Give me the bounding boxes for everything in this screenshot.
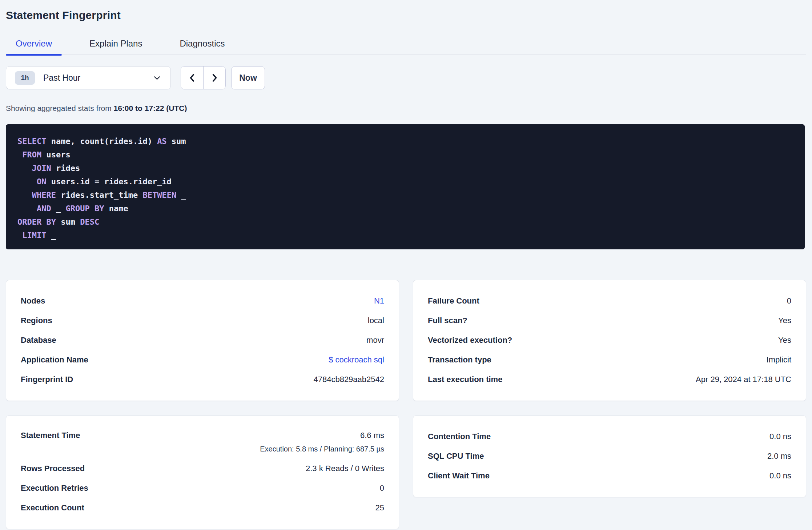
- application-name-link[interactable]: $ cockroach sql: [329, 355, 384, 365]
- row-value: local: [368, 316, 384, 325]
- statement-fingerprint-page: Statement Fingerprint Overview Explain P…: [0, 9, 812, 529]
- sql-line: WHERE rides.start_time BETWEEN _: [17, 188, 793, 202]
- chevron-left-icon: [188, 73, 197, 83]
- tab-diagnostics[interactable]: Diagnostics: [170, 37, 234, 55]
- nodes-link[interactable]: N1: [374, 296, 384, 306]
- bottom-cards-grid: Statement Time 6.6 ms Execution: 5.8 ms …: [6, 415, 806, 529]
- sql-line: SELECT name, count(rides.id) AS sum: [17, 134, 793, 148]
- row-value: 4784cb829aab2542: [313, 375, 384, 384]
- execution-attributes-card: Failure Count 0 Full scan? Yes Vectorize…: [413, 280, 806, 401]
- row-label: SQL CPU Time: [428, 451, 484, 461]
- table-row: Contention Time 0.0 ns: [428, 427, 791, 446]
- caption-prefix: Showing aggregated stats from: [6, 104, 114, 112]
- table-row: Vectorized execution? Yes: [428, 330, 791, 350]
- row-label: Application Name: [21, 355, 88, 365]
- row-label: Fingerprint ID: [21, 375, 73, 384]
- sql-line: ON users.id = rides.rider_id: [17, 175, 793, 188]
- row-label: Rows Processed: [21, 464, 85, 473]
- row-value: movr: [366, 336, 384, 345]
- table-row: Execution Retries 0: [21, 478, 384, 498]
- sql-line: ORDER BY sum DESC: [17, 215, 793, 229]
- row-label: Execution Retries: [21, 483, 88, 493]
- aggregated-stats-caption: Showing aggregated stats from 16:00 to 1…: [6, 104, 806, 113]
- sql-line: JOIN rides: [17, 161, 793, 175]
- sql-line: FROM users: [17, 148, 793, 161]
- now-button[interactable]: Now: [231, 66, 265, 89]
- table-row: Failure Count 0: [428, 291, 791, 311]
- page-title: Statement Fingerprint: [6, 9, 806, 22]
- time-controls: 1h Past Hour Now: [6, 66, 806, 89]
- tab-bar: Overview Explain Plans Diagnostics: [6, 37, 806, 55]
- tab-explain-plans[interactable]: Explain Plans: [80, 37, 152, 55]
- row-value: 0: [380, 483, 384, 493]
- statement-details-card: Nodes N1 Regions local Database movr App…: [6, 280, 399, 401]
- statement-time-row: Statement Time 6.6 ms Execution: 5.8 ms …: [21, 427, 384, 459]
- row-value: 2.0 ms: [767, 451, 791, 461]
- table-row: Regions local: [21, 311, 384, 330]
- chevron-down-icon: [152, 73, 162, 83]
- table-row: Full scan? Yes: [428, 311, 791, 330]
- row-label: Execution Count: [21, 503, 84, 513]
- time-range-badge: 1h: [15, 71, 35, 85]
- row-value: Yes: [778, 336, 791, 345]
- top-cards-grid: Nodes N1 Regions local Database movr App…: [6, 280, 806, 401]
- caption-range: 16:00 to 17:22 (UTC): [114, 104, 187, 112]
- row-value: 0.0 ns: [769, 432, 791, 441]
- table-row: Last execution time Apr 29, 2024 at 17:1…: [428, 370, 791, 389]
- row-label: Database: [21, 336, 56, 345]
- table-row: Execution Count 25: [21, 498, 384, 518]
- table-row: Transaction type Implicit: [428, 350, 791, 370]
- tab-overview[interactable]: Overview: [6, 37, 62, 55]
- table-row: Database movr: [21, 330, 384, 350]
- sql-statement-box: SELECT name, count(rides.id) AS sum FROM…: [6, 124, 805, 249]
- row-label: Failure Count: [428, 296, 479, 306]
- row-value: 2.3 k Reads / 0 Writes: [306, 464, 384, 473]
- chevron-right-icon: [210, 73, 219, 83]
- table-row: Nodes N1: [21, 291, 384, 311]
- table-row: Client Wait Time 0.0 ns: [428, 466, 791, 486]
- row-label: Transaction type: [428, 355, 491, 365]
- row-value: 25: [375, 503, 384, 513]
- row-value: Yes: [778, 316, 791, 325]
- table-row: SQL CPU Time 2.0 ms: [428, 446, 791, 466]
- table-row: Application Name $ cockroach sql: [21, 350, 384, 370]
- row-label: Regions: [21, 316, 52, 325]
- time-range-dropdown[interactable]: 1h Past Hour: [6, 66, 171, 89]
- time-range-label: Past Hour: [43, 73, 152, 83]
- next-time-button[interactable]: [203, 67, 225, 89]
- statement-time-breakdown: Execution: 5.8 ms / Planning: 687.5 µs: [260, 444, 384, 454]
- table-row: Fingerprint ID 4784cb829aab2542: [21, 370, 384, 389]
- row-label: Vectorized execution?: [428, 336, 512, 345]
- sql-line: AND _ GROUP BY name: [17, 202, 793, 215]
- row-label: Full scan?: [428, 316, 467, 325]
- time-pager: [181, 66, 226, 89]
- statement-timings-card: Statement Time 6.6 ms Execution: 5.8 ms …: [6, 415, 399, 529]
- sql-line: LIMIT _: [17, 229, 793, 242]
- row-label: Nodes: [21, 296, 45, 306]
- statement-time-value-block: 6.6 ms Execution: 5.8 ms / Planning: 687…: [260, 427, 384, 454]
- row-label: Statement Time: [21, 427, 80, 444]
- row-label: Client Wait Time: [428, 471, 490, 481]
- row-value: Apr 29, 2024 at 17:18 UTC: [696, 375, 791, 384]
- previous-time-button[interactable]: [181, 67, 203, 89]
- wait-times-card: Contention Time 0.0 ns SQL CPU Time 2.0 …: [413, 415, 806, 497]
- row-value: 0.0 ns: [769, 471, 791, 481]
- table-row: Rows Processed 2.3 k Reads / 0 Writes: [21, 459, 384, 478]
- row-label: Contention Time: [428, 432, 491, 441]
- row-value: Implicit: [767, 355, 791, 365]
- row-value: 0: [787, 296, 791, 306]
- statement-time-value: 6.6 ms: [260, 427, 384, 444]
- row-label: Last execution time: [428, 375, 502, 384]
